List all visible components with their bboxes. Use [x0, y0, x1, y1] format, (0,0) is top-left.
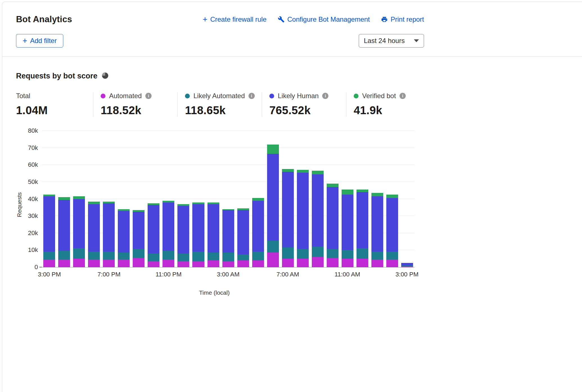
bar-segment-automated	[371, 260, 383, 267]
x-tick-label: 11:00 AM	[335, 271, 360, 278]
bar-segment-likely-human	[386, 198, 398, 252]
bar-segment-likely-human	[371, 196, 383, 252]
bar-segment-likely-automated	[133, 249, 145, 258]
likely-automated-label: Likely Automated	[193, 92, 245, 100]
likely-automated-value: 118.65k	[185, 104, 262, 117]
time-range-select[interactable]: Last 24 hours	[359, 34, 424, 48]
bar-segment-likely-human	[163, 202, 174, 251]
bar-segment-automated	[73, 259, 85, 267]
bar-segment-likely-human	[58, 200, 70, 251]
stat-total: Total 1.04M	[16, 92, 93, 117]
stacked-bar	[297, 131, 309, 267]
create-firewall-rule-link[interactable]: + Create firewall rule	[203, 15, 267, 23]
bar-segment-likely-automated	[73, 248, 85, 258]
chevron-down-icon	[414, 39, 419, 42]
bar-segment-likely-automated	[267, 241, 279, 253]
y-tick-label: 0	[35, 263, 38, 271]
bar-segment-likely-automated	[357, 248, 368, 258]
bar-segment-automated	[43, 260, 55, 267]
bar-segment-likely-human	[222, 210, 234, 253]
bar-segment-likely-human	[118, 211, 130, 253]
configure-bot-management-link[interactable]: Configure Bot Management	[278, 15, 370, 23]
stacked-bar	[177, 131, 189, 267]
bar-segment-automated	[58, 260, 70, 267]
x-tick-label: 3:00 PM	[38, 271, 61, 278]
section-title: Requests by bot score	[16, 72, 98, 80]
y-axis-title: Requests	[16, 192, 23, 217]
bar-segment-likely-automated	[252, 252, 264, 260]
header-actions: + Create firewall rule Configure Bot Man…	[203, 15, 424, 23]
stacked-bar	[207, 131, 219, 267]
bar-segment-likely-human	[312, 174, 324, 247]
create-firewall-rule-label: Create firewall rule	[210, 15, 267, 23]
wrench-icon	[278, 16, 285, 23]
bar-segment-likely-human	[342, 195, 353, 250]
plus-icon: +	[203, 16, 207, 23]
stacked-bar	[58, 131, 70, 267]
printer-icon	[381, 16, 388, 23]
stacked-bar	[312, 131, 324, 267]
bar-segment-automated	[133, 258, 145, 267]
info-icon[interactable]: i	[249, 93, 255, 99]
bar-segment-automated	[342, 259, 353, 267]
bar-segment-likely-human	[133, 212, 145, 249]
info-icon[interactable]: i	[322, 93, 328, 99]
stacked-bar	[357, 131, 368, 267]
x-tick-label: 11:00 PM	[155, 271, 182, 278]
bar-segment-likely-automated	[297, 249, 309, 258]
bar-segment-likely-human	[177, 206, 189, 254]
bar-segment-automated	[297, 259, 309, 267]
bar-segment-automated	[327, 258, 339, 267]
stacked-bar	[252, 131, 264, 267]
stats-row: Total 1.04M Automated i 118.52k Likely A…	[16, 92, 424, 117]
verified-bot-label: Verified bot	[362, 92, 396, 100]
print-report-link[interactable]: Print report	[381, 15, 424, 23]
bar-segment-likely-automated	[192, 252, 204, 261]
y-tick-label: 70k	[28, 144, 38, 152]
bar-segment-automated	[148, 261, 159, 267]
info-icon[interactable]: i	[400, 93, 406, 99]
requests-chart: Requests 010k20k30k40k50k60k70k80k 3:00 …	[16, 131, 582, 279]
info-icon[interactable]: i	[145, 93, 152, 99]
stacked-bar	[282, 131, 294, 267]
stacked-bar	[103, 131, 115, 267]
x-tick-label: 3:00 AM	[217, 271, 240, 278]
bar-segment-automated	[192, 261, 204, 267]
bar-segment-automated	[237, 260, 249, 267]
bar-segment-likely-automated	[282, 247, 294, 258]
bar-segment-verified-bot	[386, 195, 398, 198]
verified-bot-value: 41.9k	[354, 104, 424, 117]
x-axis: 3:00 PM7:00 PM11:00 PM3:00 AM7:00 AM11:0…	[42, 267, 414, 279]
likely-human-label: Likely Human	[278, 92, 319, 100]
likely-automated-legend-dot	[185, 94, 190, 98]
bar-segment-verified-bot	[282, 169, 294, 172]
bar-segment-likely-human	[192, 204, 204, 252]
bar-segment-likely-human	[88, 204, 100, 252]
bar-segment-verified-bot	[73, 196, 85, 199]
likely-human-value: 765.52k	[269, 104, 346, 117]
bar-segment-verified-bot	[267, 145, 279, 154]
bar-segment-verified-bot	[327, 184, 339, 187]
add-filter-button[interactable]: + Add filter	[16, 34, 63, 48]
bar-segment-likely-human	[237, 210, 249, 254]
add-filter-label: Add filter	[30, 37, 57, 45]
automated-value: 118.52k	[101, 104, 177, 117]
bot-analytics-card: Bot Analytics + Create firewall rule Con…	[2, 2, 582, 392]
bar-segment-likely-human	[43, 196, 55, 252]
bar-segment-likely-automated	[312, 247, 324, 257]
stacked-bar	[237, 131, 249, 267]
stat-likely-automated: Likely Automated i 118.65k	[177, 92, 262, 117]
bar-segment-verified-bot	[58, 197, 70, 200]
stacked-bar	[192, 131, 204, 267]
automated-label: Automated	[109, 92, 142, 100]
y-tick-label: 10k	[28, 246, 38, 254]
bar-segment-likely-automated	[103, 252, 115, 259]
stacked-bar	[371, 131, 383, 267]
y-tick-label: 20k	[28, 229, 38, 237]
bar-segment-likely-human	[327, 187, 339, 249]
bar-segment-automated	[312, 257, 324, 267]
bar-segment-automated	[401, 266, 413, 267]
bar-segment-likely-automated	[371, 252, 383, 259]
stat-verified-bot: Verified bot i 41.9k	[346, 92, 424, 117]
bar-segment-verified-bot	[312, 171, 324, 174]
